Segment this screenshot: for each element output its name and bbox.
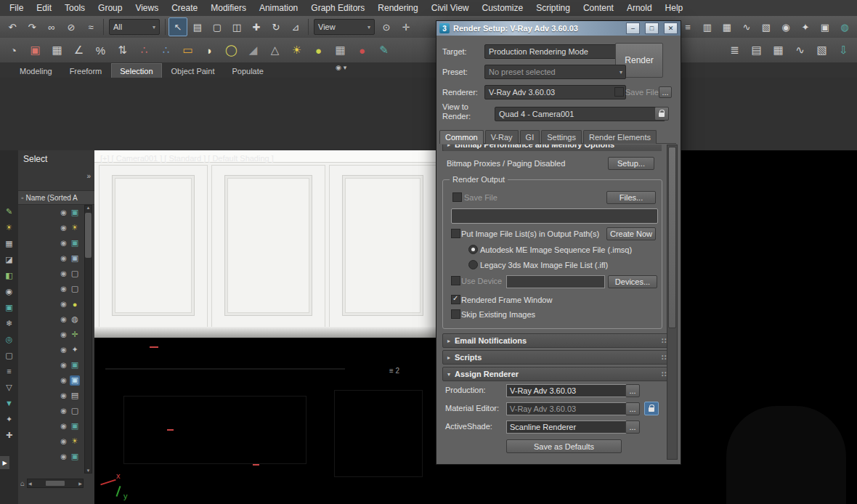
menu-item[interactable]: Arnold <box>620 1 659 15</box>
filter-icon[interactable]: ▽ <box>2 381 17 394</box>
select-and-manipulate-icon[interactable]: ✛ <box>397 17 415 36</box>
assign-renderer-rollout[interactable]: ▾ Assign Renderer ∷ <box>442 367 672 381</box>
scene-object-row[interactable]: ◉ ✛ <box>18 327 84 342</box>
named-selection-sets-icon[interactable]: ∴ <box>134 40 155 61</box>
save-to-tray-icon[interactable]: ⇩ <box>833 40 854 61</box>
visibility-icon[interactable]: ◉ <box>60 422 67 430</box>
display-particles-icon[interactable]: ❄ <box>2 317 17 330</box>
display-geometry-icon[interactable]: ▦ <box>2 237 17 250</box>
scrollbar-thumb[interactable] <box>668 147 676 328</box>
ribbon-tab[interactable]: Object Paint <box>163 64 223 78</box>
explorer-menu-icon[interactable]: » <box>86 172 91 180</box>
blob-primitive-icon[interactable]: ◗ <box>199 40 220 61</box>
display-containers-icon[interactable]: ▣ <box>2 301 17 314</box>
files-button[interactable]: Files... <box>606 191 656 204</box>
create-now-button[interactable]: Create Now <box>606 227 656 240</box>
display-cameras-icon[interactable]: ◉ <box>2 285 17 298</box>
output-path-field[interactable] <box>451 208 658 224</box>
rendered-frame-window-label[interactable]: Rendered Frame Window <box>461 296 552 304</box>
visibility-icon[interactable]: ◉ <box>60 437 67 445</box>
display-lights-icon[interactable]: ☀ <box>2 221 17 234</box>
filter-funnel-icon[interactable]: ▼ <box>2 397 17 410</box>
hat-object-icon[interactable]: ◢ <box>243 40 264 61</box>
material-editor-icon[interactable]: ◉ <box>776 17 795 36</box>
scene-object-row[interactable]: ◉ ▢ <box>18 266 84 281</box>
scene-object-row[interactable]: ◉ ▢ <box>18 403 84 418</box>
activeshade-renderer-field[interactable]: Scanline Renderer <box>506 420 627 434</box>
use-device-label[interactable]: Use Device <box>461 277 502 285</box>
bitmap-performance-rollout[interactable]: ▸ Bitmap Performance and Memory Options <box>442 145 662 151</box>
device-field[interactable] <box>506 275 605 288</box>
scrollbar-thumb[interactable] <box>85 213 92 258</box>
redo-icon[interactable]: ↷ <box>23 17 41 36</box>
save-file-browse-button[interactable]: ... <box>659 86 672 98</box>
explorer-vertical-scrollbar[interactable]: ▲ ▼ <box>84 205 92 473</box>
menu-item[interactable]: Views <box>129 1 165 15</box>
visibility-icon[interactable]: ◉ <box>60 315 67 323</box>
put-image-file-list-label[interactable]: Put Image File List(s) in Output Path(s) <box>461 229 599 238</box>
visibility-icon[interactable]: ◉ <box>60 452 67 460</box>
grid-helper-icon[interactable]: ▦ <box>330 40 351 61</box>
edit-named-selections-icon[interactable]: ∴ <box>155 40 176 61</box>
scene-object-row[interactable]: ◉ ▤ <box>18 388 84 403</box>
schematic-small-icon[interactable]: ▧ <box>811 40 832 61</box>
use-device-checkbox[interactable] <box>451 276 460 285</box>
target-dropdown[interactable]: Production Rendering Mode ▾ <box>484 44 626 59</box>
menu-item[interactable]: Create <box>165 1 204 15</box>
render-setup-tab[interactable]: GI <box>520 130 540 144</box>
sort-icon[interactable]: ≡ <box>2 365 17 378</box>
display-frozen-icon[interactable]: ▢ <box>2 349 17 362</box>
scene-object-row[interactable]: ◉ ☀ <box>18 220 84 235</box>
devices-button[interactable]: Devices... <box>608 275 657 288</box>
visibility-icon[interactable]: ◉ <box>60 407 67 415</box>
select-and-scale-icon[interactable]: ⊿ <box>286 17 305 36</box>
menu-item[interactable]: Content <box>577 1 620 15</box>
activeshade-browse-button[interactable]: ... <box>625 420 640 434</box>
use-pivot-center-icon[interactable]: ⊙ <box>377 17 396 36</box>
ring-primitive-icon[interactable]: ◯ <box>221 40 242 61</box>
schematic-view-icon[interactable]: ▧ <box>757 17 776 36</box>
bind-to-space-warp-icon[interactable]: ≈ <box>81 17 100 36</box>
curve-editor-icon[interactable]: ∿ <box>737 17 756 36</box>
angle-snap-icon[interactable]: ∠ <box>68 40 89 61</box>
layer-explorer-icon[interactable]: ▥ <box>698 17 717 36</box>
sphere-primitive-icon[interactable]: ● <box>308 40 329 61</box>
cone-primitive-icon[interactable]: △ <box>264 40 285 61</box>
panel-expand-arrow[interactable]: ▶ <box>0 456 9 469</box>
visibility-icon[interactable]: ◉ <box>60 208 67 216</box>
scene-object-row[interactable]: ◉ ▣ <box>18 418 84 434</box>
visibility-icon[interactable]: ◉ <box>60 224 67 232</box>
select-and-move-icon[interactable]: ✚ <box>247 17 266 36</box>
bitmap-proxies-setup-button[interactable]: Setup... <box>608 157 654 170</box>
maximize-button[interactable]: □ <box>645 23 659 34</box>
legacy-ifl-radio[interactable] <box>468 260 478 269</box>
scene-object-row[interactable]: ◉ ✦ <box>18 342 84 357</box>
render-setup-tab[interactable]: V-Ray <box>485 130 519 144</box>
red-sphere-icon[interactable]: ● <box>352 40 373 61</box>
viewport-label[interactable]: [+] [ Camera001 ] [ Standard ] [ Default… <box>100 154 274 163</box>
pencil-tool-icon[interactable]: ✎ <box>373 40 394 61</box>
isolate-selection-icon[interactable]: ◔ <box>3 40 24 61</box>
preset-dropdown[interactable]: No preset selected ▾ <box>484 65 626 79</box>
scene-object-row[interactable]: ◉ ▣ <box>18 251 84 266</box>
selection-lock-icon[interactable]: ▣ <box>25 40 46 61</box>
scene-object-row[interactable]: ◉ ▣ <box>18 373 84 388</box>
drag-grip-icon[interactable]: ∷ <box>662 370 667 378</box>
legacy-ifl-label[interactable]: Legacy 3ds Max Image File List (.ifl) <box>480 261 608 269</box>
close-button[interactable]: ✕ <box>664 23 678 34</box>
visibility-icon[interactable]: ◉ <box>60 254 67 262</box>
visibility-icon[interactable]: ◉ <box>60 391 67 399</box>
drag-grip-icon[interactable]: ∷ <box>662 337 667 345</box>
visibility-icon[interactable]: ◉ <box>60 361 67 369</box>
save-file-label[interactable]: Save File <box>464 193 497 202</box>
scene-object-row[interactable]: ◉ ▣ <box>18 357 84 373</box>
display-helpers-icon[interactable]: ◧ <box>2 269 17 282</box>
render-production-icon[interactable]: ◍ <box>835 17 854 36</box>
explorer-name-column-header[interactable]: ◦ Name (Sorted A <box>18 190 94 205</box>
explorer-horizontal-scrollbar[interactable]: ◀ ▶ <box>27 479 84 488</box>
autodesk-imsq-radio[interactable] <box>468 245 478 254</box>
view-to-render-dropdown[interactable]: Quad 4 - Camera001 ▾ <box>495 107 665 121</box>
dialog-scrollbar[interactable] <box>667 145 678 460</box>
save-file-checkbox[interactable] <box>452 192 462 202</box>
scroll-down-icon[interactable]: ▼ <box>85 468 92 473</box>
